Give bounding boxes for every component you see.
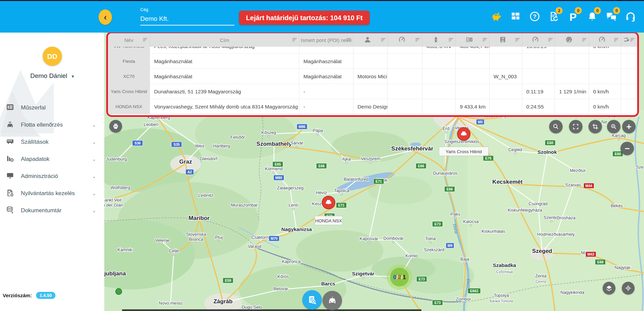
column-header-gauge[interactable]	[589, 33, 621, 47]
svg-text:E66: E66	[447, 187, 453, 191]
driver-icon	[364, 36, 377, 44]
sidebar-item-label: Flotta ellenőrzés	[21, 122, 92, 128]
map-fullscreen-button[interactable]	[569, 120, 582, 133]
vehicle-name-cell: Yaris Cross Hibrid	[108, 84, 150, 99]
map-layers-button[interactable]	[603, 282, 615, 295]
table-cell: W_N_003	[490, 69, 522, 84]
table-row[interactable]: HONDA NSXVonyarcvashegy, Szent Mihály do…	[108, 99, 637, 114]
company-field-value[interactable]: Demo Kft.	[140, 15, 234, 23]
svg-text:E65: E65	[275, 162, 281, 166]
column-header-hour-counter[interactable]: 1352	[490, 33, 522, 47]
column-header-battery[interactable]	[422, 33, 456, 47]
table-cell	[490, 99, 522, 114]
apps-grid-button[interactable]	[508, 10, 523, 25]
map-print-button[interactable]	[109, 120, 122, 133]
vehicle-marker[interactable]	[322, 196, 335, 209]
piggy-bank-button[interactable]	[489, 10, 504, 25]
sidebar-item-flotta-ellen-rz-s[interactable]: Flotta ellenőrzés⌄	[0, 116, 104, 133]
chevron-down-icon: ⌄	[92, 156, 96, 162]
column-header-rpm-dial[interactable]	[555, 33, 589, 47]
svg-text:1: 1	[467, 38, 469, 41]
column-header-odometer[interactable]: 12	[456, 33, 489, 47]
column-header-transfer[interactable]	[621, 33, 637, 47]
svg-text:Érd: Érd	[443, 126, 449, 131]
svg-text:Szarvas: Szarvas	[565, 182, 581, 187]
table-header-row: NévCímIsmert pont (POI) neve121352	[108, 33, 637, 47]
svg-text:Szolnok: Szolnok	[537, 149, 557, 155]
user-menu[interactable]: Demo Dániel ▾	[0, 72, 104, 80]
svg-text:Csongrád: Csongrád	[529, 201, 547, 206]
svg-text:Sárvár: Sárvár	[291, 140, 304, 145]
map-my-location-button[interactable]	[622, 282, 635, 295]
map-report-search-button[interactable]	[302, 290, 322, 310]
sidebar-item-alapadatok[interactable]: Alapadatok⌄	[0, 150, 104, 168]
table-cell	[388, 99, 422, 114]
map-zoom-area-button[interactable]	[607, 120, 620, 133]
sidebar-item-dokumentumt-r[interactable]: Dokumentumtár⌄	[0, 202, 104, 219]
svg-text:Cegléd: Cegléd	[508, 147, 522, 152]
support-headset-button[interactable]	[623, 10, 638, 25]
chevron-down-icon: ⌄	[92, 173, 96, 179]
table-cell	[522, 69, 555, 84]
svg-text:M80: M80	[275, 176, 282, 180]
table-row[interactable]: FiestaMagánhasználatMagánhasználat	[108, 54, 637, 69]
map-vehicle-info-button[interactable]: i	[323, 291, 342, 310]
map-zoom-in-button[interactable]: +	[622, 120, 636, 133]
svg-text:Belovár: Belovár	[273, 286, 289, 291]
table-cell	[522, 54, 555, 69]
sidebar-item-adminisztr-ci-[interactable]: Adminisztráció⌄	[0, 168, 104, 185]
vehicle-marker[interactable]	[457, 128, 470, 140]
svg-text:E662: E662	[470, 289, 479, 293]
printer-icon	[112, 123, 119, 130]
car-info-icon: i	[327, 295, 338, 306]
table-row[interactable]: Yaris Cross HibridDunaharaszti, 51 1239 …	[108, 84, 637, 99]
overdue-debt-alert[interactable]: Lejárt határidejű tartozás: 104 910 Ft	[239, 11, 370, 25]
help-button[interactable]: ?	[527, 10, 542, 25]
table-cell	[555, 99, 589, 114]
sidebar-item-label: Nyilvántartás kezelés	[21, 190, 92, 197]
table-cell: 16:09:29	[522, 47, 555, 54]
column-header-n-v[interactable]: Név	[108, 33, 150, 47]
company-field[interactable]: Cég Demo Kft.	[140, 7, 234, 26]
marker-cluster[interactable]: 0/2/1	[387, 264, 412, 290]
column-label: Ismert pont (POI) neve	[301, 37, 352, 43]
avatar[interactable]: DD	[43, 47, 62, 66]
svg-text:Slovenska: Slovenska	[186, 232, 206, 237]
svg-text:Muraszombat: Muraszombat	[231, 203, 258, 208]
sidebar-item-nyilv-ntart-s-kezel-s[interactable]: Nyilvántartás kezelés⌄	[0, 185, 104, 202]
svg-text:Kaposvár: Kaposvár	[360, 236, 379, 241]
column-header-gauge[interactable]	[388, 33, 422, 47]
parking-button[interactable]: P0	[566, 10, 580, 25]
company-field-label: Cég	[140, 7, 234, 12]
table-row[interactable]: VW TOUAREGPécs, Középdeindoli út 7633 Ma…	[108, 47, 637, 54]
transport-bus-icon	[6, 137, 14, 147]
sidebar-item-m-szerfal[interactable]: Műszerfal	[0, 99, 104, 116]
svg-text:E73: E73	[419, 277, 425, 281]
map-search-button[interactable]	[549, 120, 563, 133]
column-header-ismert-pont-poi-neve[interactable]: Ismert pont (POI) neve	[299, 33, 353, 47]
map-zoom-out-button[interactable]: −	[620, 142, 634, 155]
odometer-icon: 12	[466, 36, 479, 44]
table-row[interactable]: XC70MagánhasználatMagánhasználatMotoros …	[108, 69, 637, 84]
table-cell	[388, 54, 422, 69]
messages-button[interactable]: 0	[604, 10, 619, 25]
sidebar-menu: MűszerfalFlotta ellenőrzés⌄Szállítások⌄A…	[0, 99, 104, 219]
svg-text:Wolfsberg: Wolfsberg	[111, 185, 130, 190]
svg-text:Topolya: Topolya	[494, 293, 509, 298]
column-header-c-m[interactable]: Cím	[150, 33, 299, 47]
svg-text:Szabadka: Szabadka	[493, 262, 516, 268]
column-header-driver[interactable]	[353, 33, 388, 47]
sidebar-item-sz-ll-t-sok[interactable]: Szállítások⌄	[0, 133, 104, 150]
back-button[interactable]: ‹	[99, 9, 112, 25]
map-crop-button[interactable]	[589, 120, 602, 133]
notifications-bell-button[interactable]: 0	[585, 10, 600, 25]
sidebar-item-label: Szállítások	[21, 139, 92, 145]
admin-monitor-icon	[6, 172, 14, 181]
table-cell	[422, 84, 456, 99]
vehicle-name-cell: XC70	[108, 69, 150, 84]
column-header-gauge[interactable]	[522, 33, 555, 47]
table-cell	[555, 47, 589, 54]
svg-text:Balatonfüred: Balatonfüred	[344, 177, 369, 182]
document-sync-button[interactable]: 2	[546, 10, 561, 25]
svg-text:Hévíz: Hévíz	[316, 190, 327, 195]
